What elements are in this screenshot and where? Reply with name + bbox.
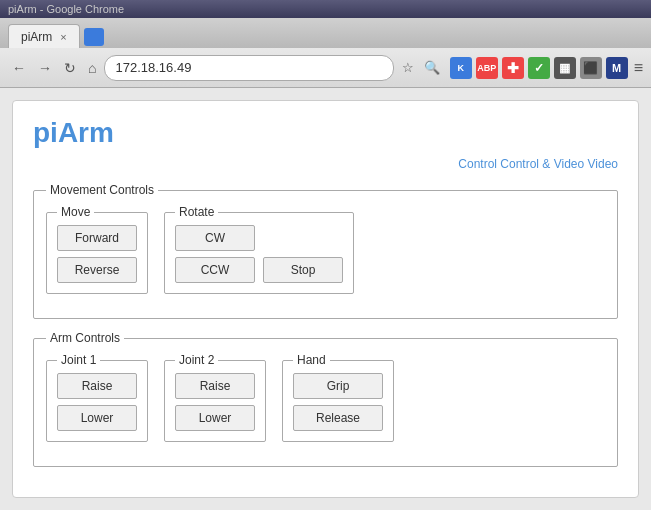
forward-button[interactable]: Forward: [57, 225, 137, 251]
movement-controls-row: Move Forward Reverse Rotate CW CCW Stop: [46, 205, 605, 306]
search-icon[interactable]: 🔍: [422, 58, 442, 78]
home-button[interactable]: ⌂: [84, 58, 100, 78]
address-bar: ← → ↻ ⌂ ☆ 🔍 K ABP ✚ ✓ ▦ ⬛ M ≡: [0, 48, 651, 88]
joint1-legend: Joint 1: [57, 353, 100, 367]
rotate-legend: Rotate: [175, 205, 218, 219]
cw-button[interactable]: CW: [175, 225, 255, 251]
release-button[interactable]: Release: [293, 405, 383, 431]
ext-icon-4[interactable]: ✓: [528, 57, 550, 79]
joint1-lower-button[interactable]: Lower: [57, 405, 137, 431]
rotate-stop-row: CW CCW Stop: [175, 225, 343, 283]
page-inner: piArm Control Control & Video Video Move…: [12, 100, 639, 498]
joint2-raise-button[interactable]: Raise: [175, 373, 255, 399]
move-legend: Move: [57, 205, 94, 219]
ext-icon-1[interactable]: K: [450, 57, 472, 79]
tab-piarm[interactable]: piArm ×: [8, 24, 80, 48]
forward-button[interactable]: →: [34, 58, 56, 78]
ext-icon-3[interactable]: ✚: [502, 57, 524, 79]
ext-icon-6[interactable]: ⬛: [580, 57, 602, 79]
tab-label: piArm: [21, 30, 52, 44]
arm-controls-legend: Arm Controls: [46, 331, 124, 345]
star-icon[interactable]: ☆: [398, 58, 418, 78]
rotate-buttons: CW CCW: [175, 225, 255, 283]
reload-button[interactable]: ↻: [60, 58, 80, 78]
page-title: piArm: [33, 117, 618, 149]
tab-bar: piArm ×: [0, 18, 651, 48]
new-tab-button[interactable]: [84, 28, 104, 46]
ext-icon-7[interactable]: M: [606, 57, 628, 79]
title-bar: piArm - Google Chrome: [0, 0, 651, 18]
menu-icon[interactable]: ≡: [634, 59, 643, 77]
page-content: piArm Control Control & Video Video Move…: [0, 88, 651, 510]
joint2-fieldset: Joint 2 Raise Lower: [164, 353, 266, 442]
arm-controls-fieldset: Arm Controls Joint 1 Raise Lower Joint 2…: [33, 331, 618, 467]
nav-links: Control Control & Video Video: [33, 157, 618, 171]
movement-controls-legend: Movement Controls: [46, 183, 158, 197]
title-bar-text: piArm - Google Chrome: [8, 3, 124, 15]
joint2-legend: Joint 2: [175, 353, 218, 367]
back-button[interactable]: ←: [8, 58, 30, 78]
move-fieldset: Move Forward Reverse: [46, 205, 148, 294]
extension-icons: K ABP ✚ ✓ ▦ ⬛ M: [450, 57, 628, 79]
stop-button[interactable]: Stop: [263, 257, 343, 283]
video-link[interactable]: Video: [588, 157, 618, 171]
ext-icon-5[interactable]: ▦: [554, 57, 576, 79]
joint2-lower-button[interactable]: Lower: [175, 405, 255, 431]
ccw-button[interactable]: CCW: [175, 257, 255, 283]
control-link[interactable]: Control: [458, 157, 497, 171]
tab-close-button[interactable]: ×: [60, 31, 66, 43]
hand-fieldset: Hand Grip Release: [282, 353, 394, 442]
adblock-icon[interactable]: ABP: [476, 57, 498, 79]
rotate-fieldset: Rotate CW CCW Stop: [164, 205, 354, 294]
joint1-raise-button[interactable]: Raise: [57, 373, 137, 399]
hand-legend: Hand: [293, 353, 330, 367]
movement-controls-fieldset: Movement Controls Move Forward Reverse R…: [33, 183, 618, 319]
control-video-link[interactable]: Control & Video: [500, 157, 584, 171]
joint1-fieldset: Joint 1 Raise Lower: [46, 353, 148, 442]
grip-button[interactable]: Grip: [293, 373, 383, 399]
reverse-button[interactable]: Reverse: [57, 257, 137, 283]
address-input[interactable]: [104, 55, 393, 81]
arm-controls-row: Joint 1 Raise Lower Joint 2 Raise Lower …: [46, 353, 605, 454]
